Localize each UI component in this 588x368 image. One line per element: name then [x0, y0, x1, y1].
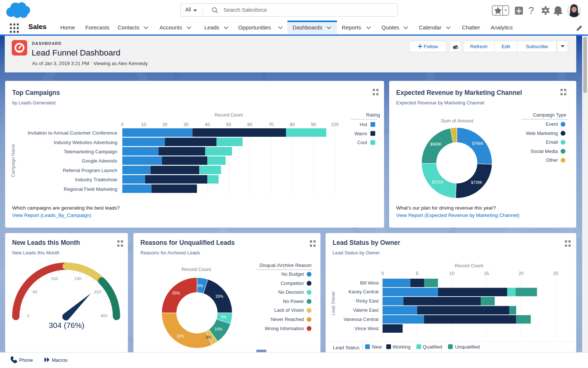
svg-text:304 (76%): 304 (76%)	[49, 321, 85, 329]
svg-text:Sum of Amount: Sum of Amount	[441, 118, 474, 124]
svg-text:70: 70	[269, 122, 274, 127]
svg-text:5%: 5%	[197, 283, 203, 288]
svg-text:No Power: No Power	[283, 299, 304, 304]
svg-text:Regional Field Marketing: Regional Field Marketing	[64, 186, 117, 192]
svg-text:Rating: Rating	[366, 112, 380, 118]
svg-text:5%: 5%	[221, 315, 226, 319]
svg-text:Campaign Type: Campaign Type	[533, 112, 566, 118]
svg-text:30: 30	[183, 122, 189, 127]
svg-text:400: 400	[100, 314, 107, 318]
svg-text:15: 15	[484, 271, 489, 276]
svg-text:80: 80	[290, 122, 295, 127]
svg-text:320: 320	[94, 290, 101, 294]
svg-text:90: 90	[311, 122, 316, 127]
svg-text:Kasey Central: Kasey Central	[348, 289, 379, 294]
svg-text:Lead Status: Lead Status	[333, 345, 359, 350]
svg-text:Which campaigns are generating: Which campaigns are generating the best …	[12, 205, 120, 211]
svg-text:Record Count: Record Count	[455, 263, 483, 268]
svg-text:Google Adwords: Google Adwords	[82, 158, 117, 164]
svg-text:Event: Event	[546, 121, 558, 127]
svg-text:Qualified: Qualified	[423, 344, 442, 350]
svg-text:$669K: $669K	[430, 142, 441, 146]
svg-text:Valerie East: Valerie East	[353, 307, 379, 313]
svg-text:60: 60	[247, 122, 252, 127]
svg-text:?: ?	[528, 5, 534, 16]
svg-text:32%: 32%	[176, 334, 184, 338]
svg-text:Never Reached: Never Reached	[271, 317, 304, 322]
svg-text:Unqualified: Unqualified	[455, 344, 480, 350]
svg-text:0: 0	[121, 122, 124, 127]
svg-text:Email: Email	[546, 139, 558, 145]
svg-text:Bill West: Bill West	[360, 280, 379, 286]
svg-text:10%: 10%	[214, 327, 222, 331]
svg-text:Record Count: Record Count	[214, 112, 243, 118]
svg-text:$721K: $721K	[432, 180, 443, 184]
svg-text:3%: 3%	[205, 335, 211, 339]
svg-text:Competitor: Competitor	[280, 281, 304, 286]
svg-text:100: 100	[331, 122, 339, 127]
svg-text:20%: 20%	[215, 294, 223, 299]
svg-text:Web Marketing: Web Marketing	[526, 131, 558, 136]
svg-text:Record Count: Record Count	[182, 267, 211, 272]
svg-text:Lead Owner: Lead Owner	[331, 291, 336, 315]
svg-text:No Decision: No Decision	[278, 289, 304, 295]
svg-text:Ricky East: Ricky East	[356, 298, 379, 304]
svg-text:0: 0	[27, 314, 29, 318]
svg-text:Vanessa Central: Vanessa Central	[344, 317, 379, 322]
svg-text:Disqual./Archive Reason: Disqual./Archive Reason	[259, 262, 312, 268]
svg-text:20: 20	[519, 271, 524, 276]
svg-text:View Report (Leads_By_Campaign: View Report (Leads_By_Campaign)	[12, 212, 91, 218]
svg-text:Warm: Warm	[355, 131, 367, 136]
svg-text:New: New	[372, 344, 382, 350]
svg-text:Social Media: Social Media	[531, 149, 558, 154]
svg-text:Working: Working	[392, 344, 410, 350]
svg-text:No Budget: No Budget	[282, 271, 304, 277]
svg-text:50: 50	[226, 122, 231, 127]
svg-text:Telemarketing Campaign: Telemarketing Campaign	[64, 149, 117, 154]
svg-text:Invitation to Annual Customer: Invitation to Annual Customer Conference	[28, 130, 117, 136]
svg-text:Lack of Vision: Lack of Vision	[274, 307, 304, 313]
svg-text:10: 10	[449, 271, 454, 276]
svg-text:80: 80	[33, 290, 37, 294]
svg-text:160: 160	[51, 276, 58, 281]
svg-text:240: 240	[74, 276, 81, 281]
svg-text:40: 40	[205, 122, 210, 127]
svg-text:What's our plan for driving re: What's our plan for driving revenue this…	[396, 205, 496, 211]
svg-text:25: 25	[553, 271, 558, 276]
svg-text:0: 0	[381, 271, 384, 276]
svg-text:Other: Other	[546, 157, 558, 163]
svg-text:View Report (Expected Revenue: View Report (Expected Revenue by Marketi…	[396, 212, 519, 218]
svg-text:$739K: $739K	[471, 180, 482, 185]
svg-text:Referral Program Launch: Referral Program Launch	[63, 168, 117, 173]
svg-text:25%: 25%	[172, 291, 180, 295]
svg-text:Cool: Cool	[357, 140, 367, 145]
svg-text:5: 5	[416, 271, 419, 276]
svg-text:Wrong Information: Wrong Information	[265, 326, 304, 331]
svg-text:Campaign Name: Campaign Name	[11, 144, 16, 177]
svg-text:$766K: $766K	[472, 141, 483, 146]
svg-text:Hot: Hot	[360, 122, 368, 127]
svg-text:10: 10	[141, 122, 146, 127]
svg-text:Industry Tradeshow: Industry Tradeshow	[75, 177, 118, 182]
svg-text:20: 20	[162, 122, 168, 127]
svg-text:Industry Websites Advertising: Industry Websites Advertising	[54, 140, 117, 145]
svg-text:Vince West: Vince West	[355, 326, 379, 331]
